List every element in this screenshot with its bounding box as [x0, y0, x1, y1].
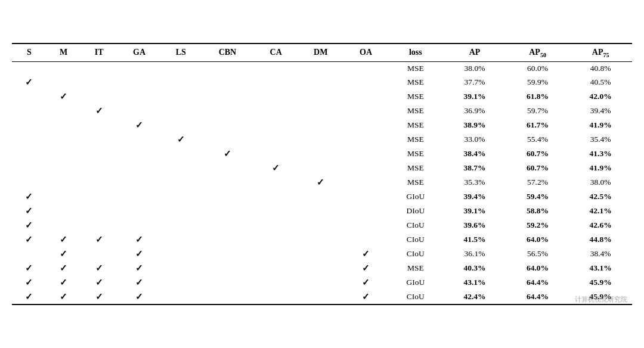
cell-ga: [117, 218, 162, 232]
cell-s: ✓: [12, 75, 47, 89]
cell-ls: [161, 161, 200, 175]
cell-ga: [117, 104, 162, 118]
cell-ls: [161, 261, 200, 275]
table-row: ✓✓✓✓✓CIoU42.4%64.4%45.9%: [12, 290, 632, 304]
cell-ap: 43.1%: [443, 275, 506, 290]
cell-ca: [255, 247, 298, 261]
cell-ls: [161, 75, 200, 89]
cell-ls: [161, 204, 200, 218]
table-row: ✓✓✓CIoU36.1%56.5%38.4%: [12, 247, 632, 261]
table-wrapper: S M IT GA LS CBN CA DM OA loss AP AP50 A…: [12, 43, 632, 306]
cell-dm: [298, 62, 344, 76]
cell-dm: [298, 104, 344, 118]
col-ca: CA: [255, 44, 298, 62]
cell-ap50: 60.7%: [506, 147, 569, 161]
cell-ls: [161, 89, 200, 104]
cell-s: ✓: [12, 275, 47, 290]
cell-ls: [161, 104, 200, 118]
cell-loss: MSE: [388, 261, 443, 275]
cell-loss: DIoU: [388, 204, 443, 218]
cell-m: [47, 218, 81, 232]
cell-ga: ✓: [117, 247, 162, 261]
cell-ap: 38.9%: [443, 118, 506, 132]
cell-s: ✓: [12, 261, 47, 275]
cell-oa: [344, 204, 388, 218]
results-table: S M IT GA LS CBN CA DM OA loss AP AP50 A…: [12, 43, 632, 306]
table-row: ✓✓✓✓CIoU41.5%64.0%44.8%: [12, 232, 632, 247]
cell-dm: ✓: [298, 175, 344, 189]
cell-ls: [161, 189, 200, 204]
cell-m: ✓: [47, 290, 81, 304]
cell-cbn: [200, 118, 255, 132]
cell-oa: [344, 132, 388, 147]
cell-ap75: 41.9%: [569, 161, 632, 175]
cell-loss: GIoU: [388, 189, 443, 204]
cell-s: [12, 147, 47, 161]
cell-ls: ✓: [161, 132, 200, 147]
cell-cbn: [200, 261, 255, 275]
table-row: ✓MSE35.3%57.2%38.0%: [12, 175, 632, 189]
cell-ap50: 55.4%: [506, 132, 569, 147]
cell-ap75: 38.0%: [569, 175, 632, 189]
cell-ap50: 64.0%: [506, 261, 569, 275]
cell-ap50: 64.4%: [506, 275, 569, 290]
cell-oa: [344, 218, 388, 232]
cell-m: ✓: [47, 232, 81, 247]
cell-cbn: [200, 189, 255, 204]
cell-ap50: 59.9%: [506, 75, 569, 89]
cell-oa: ✓: [344, 275, 388, 290]
cell-ap50: 61.7%: [506, 118, 569, 132]
cell-oa: [344, 118, 388, 132]
cell-ap: 36.1%: [443, 247, 506, 261]
cell-s: [12, 62, 47, 76]
cell-ap75: 35.4%: [569, 132, 632, 147]
table-row: ✓MSE38.9%61.7%41.9%: [12, 118, 632, 132]
cell-ga: [117, 132, 162, 147]
cell-ap50: 57.2%: [506, 175, 569, 189]
cell-ls: [161, 62, 200, 76]
cell-loss: CIoU: [388, 232, 443, 247]
cell-ca: [255, 75, 298, 89]
cell-oa: [344, 89, 388, 104]
cell-dm: [298, 161, 344, 175]
cell-ga: ✓: [117, 275, 162, 290]
cell-ap50: 56.5%: [506, 247, 569, 261]
cell-dm: [298, 232, 344, 247]
cell-m: [47, 104, 81, 118]
cell-ap: 38.4%: [443, 147, 506, 161]
cell-cbn: [200, 247, 255, 261]
cell-ap75: 45.9%: [569, 275, 632, 290]
cell-s: [12, 118, 47, 132]
cell-dm: [298, 218, 344, 232]
cell-ap: 33.0%: [443, 132, 506, 147]
cell-it: ✓: [81, 232, 117, 247]
cell-ga: [117, 189, 162, 204]
cell-oa: [344, 75, 388, 89]
cell-cbn: [200, 161, 255, 175]
cell-cbn: [200, 204, 255, 218]
table-container: S M IT GA LS CBN CA DM OA loss AP AP50 A…: [12, 43, 632, 306]
col-oa: OA: [344, 44, 388, 62]
col-cbn: CBN: [200, 44, 255, 62]
cell-ga: [117, 147, 162, 161]
cell-it: [81, 189, 117, 204]
cell-s: ✓: [12, 204, 47, 218]
cell-ap75: 42.1%: [569, 204, 632, 218]
col-dm: DM: [298, 44, 344, 62]
cell-ap: 39.4%: [443, 189, 506, 204]
cell-dm: [298, 204, 344, 218]
cell-m: [47, 75, 81, 89]
cell-ap: 39.1%: [443, 89, 506, 104]
cell-it: [81, 118, 117, 132]
cell-m: [47, 147, 81, 161]
cell-ap: 39.1%: [443, 204, 506, 218]
cell-ga: [117, 62, 162, 76]
cell-ga: [117, 161, 162, 175]
cell-ca: [255, 275, 298, 290]
table-row: ✓MSE33.0%55.4%35.4%: [12, 132, 632, 147]
cell-ca: [255, 62, 298, 76]
cell-cbn: [200, 62, 255, 76]
cell-ap75: 41.3%: [569, 147, 632, 161]
cell-ap: 41.5%: [443, 232, 506, 247]
cell-oa: ✓: [344, 261, 388, 275]
